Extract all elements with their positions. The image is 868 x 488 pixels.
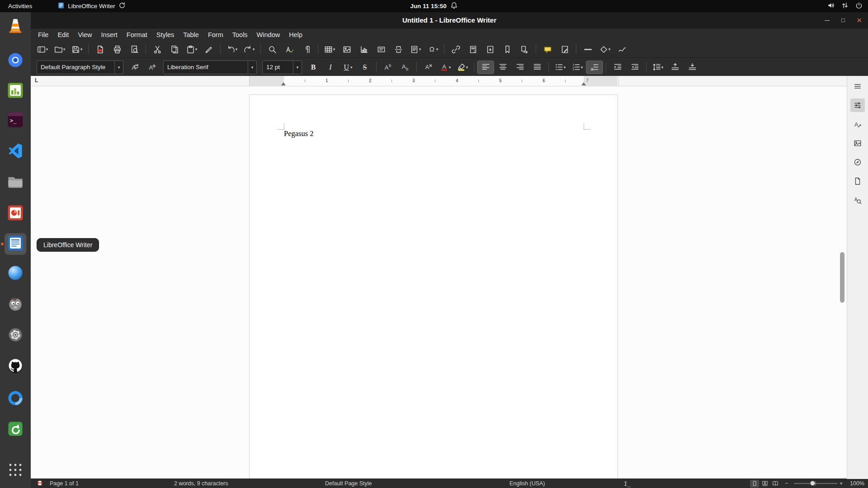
freeform-line-button[interactable] [614,43,630,56]
save-button[interactable]: ▾ [69,43,85,56]
dock-item-vscode[interactable] [5,141,26,163]
dock-item-libreoffice-impress[interactable] [5,203,26,225]
sidebar-toggle-button[interactable]: ▾ [34,43,51,56]
horizontal-ruler[interactable]: L 1234567 [31,76,847,86]
scrollbar-thumb[interactable] [840,252,844,303]
indent-marker-left[interactable] [281,82,286,85]
dock-item-libreoffice-calc[interactable] [5,80,26,102]
align-left-button[interactable] [477,61,494,74]
horizontal-line-button[interactable] [580,43,596,56]
tab-stop-selector[interactable]: L [35,77,38,84]
align-justify-button[interactable] [529,61,545,74]
para-space-decrease-button[interactable] [684,61,700,74]
align-center-button[interactable] [495,61,511,74]
basic-shapes-button[interactable]: ▾ [597,43,613,56]
cut-button[interactable] [149,43,165,56]
multi-page-view-button[interactable] [760,480,769,488]
single-page-view-button[interactable] [750,480,759,488]
titlebar[interactable]: Untitled 1 - LibreOffice Writer ─ □ × [31,12,868,28]
sidebar-tab-gallery[interactable] [850,136,865,150]
system-status-menu[interactable] [827,2,863,10]
chevron-down-icon[interactable]: ▾ [293,61,302,74]
text-language[interactable]: English (USA) [509,479,545,488]
increase-indent-button[interactable] [609,61,626,74]
show-applications-button[interactable] [5,460,26,482]
zoom-level[interactable]: 100% [850,479,864,488]
minimize-button[interactable]: ─ [825,17,830,23]
page-style[interactable]: Default Page Style [325,479,372,488]
insert-comment-button[interactable] [539,43,556,56]
spelling-button[interactable] [281,43,297,56]
insert-chart-button[interactable] [356,43,372,56]
redo-button[interactable]: ▾ [241,43,257,56]
bold-button[interactable]: B [305,61,321,74]
document-page[interactable]: Pegasus 2 [249,94,618,479]
font-name-combo[interactable]: Liberation Serif ▾ [163,61,257,74]
print-button[interactable] [109,43,125,56]
new-style-button[interactable]: A [144,61,160,74]
dock-item-recycler-app[interactable] [5,419,26,441]
insert-mode-indicator[interactable]: I_ [624,479,631,488]
insert-bookmark-button[interactable] [499,43,515,56]
formatting-marks-button[interactable] [298,43,315,56]
dock-item-browser[interactable] [5,50,26,72]
maximize-button[interactable]: □ [841,17,845,23]
sidebar-tab-sidebar-menu[interactable] [850,80,865,93]
italic-button[interactable]: I [322,61,339,74]
zoom-slider-handle[interactable] [810,481,815,486]
cross-reference-button[interactable] [516,43,533,56]
dock-item-gimp[interactable] [5,294,26,315]
document-canvas[interactable]: Pegasus 2 [31,86,847,479]
underline-button[interactable]: U▾ [340,61,356,74]
menu-file[interactable]: File [33,30,53,40]
insert-image-button[interactable] [339,43,355,56]
open-button[interactable]: ▾ [52,43,68,56]
menu-form[interactable]: Form [203,30,228,40]
subscript-button[interactable]: Ab [397,61,413,74]
print-preview-button[interactable] [126,43,142,56]
dock-item-settings[interactable] [5,325,26,347]
sidebar-tab-style-inspector[interactable]: A [850,193,865,207]
line-spacing-button[interactable]: ▾ [650,61,666,74]
menu-styles[interactable]: Styles [152,30,179,40]
copy-button[interactable] [166,43,183,56]
chevron-down-icon[interactable]: ▾ [248,61,256,74]
insert-field-button[interactable]: ▾ [407,43,424,56]
track-changes-button[interactable] [557,43,573,56]
para-space-increase-button[interactable] [667,61,683,74]
insert-table-button[interactable]: ▾ [321,43,338,56]
word-count[interactable]: 2 words, 9 characters [174,479,228,488]
update-style-button[interactable]: A [127,61,143,74]
align-right-button[interactable] [512,61,528,74]
sidebar-tab-styles[interactable]: A [850,117,865,131]
dock-item-libreoffice-writer[interactable] [5,233,26,255]
activities-button[interactable]: Activities [8,3,32,9]
zoom-out-button[interactable]: − [785,479,788,488]
indent-marker-right[interactable] [581,82,586,85]
zoom-slider-track[interactable] [794,483,837,484]
page-count[interactable]: Page 1 of 1 [50,479,79,488]
menu-view[interactable]: View [73,30,96,40]
vertical-scrollbar[interactable] [840,87,845,478]
menu-insert[interactable]: Insert [97,30,122,40]
highlight-color-button[interactable]: ▾ [454,61,471,74]
dock-item-github[interactable] [5,356,26,378]
insert-hyperlink-button[interactable] [448,43,464,56]
find-replace-button[interactable] [264,43,280,56]
chevron-down-icon[interactable]: ▾ [114,61,123,74]
menu-window[interactable]: Window [252,30,285,40]
paragraph-style-combo[interactable]: Default Paragraph Style ▾ [37,61,123,74]
insert-textbox-button[interactable] [373,43,389,56]
strikethrough-button[interactable]: S [357,61,373,74]
clone-formatting-button[interactable] [201,43,217,56]
ordered-list-button[interactable]: 123▾ [569,61,585,74]
dock-item-terminal[interactable]: >_ [5,110,26,131]
special-character-button[interactable]: Ω▾ [425,43,441,56]
clear-formatting-button[interactable]: A [420,61,436,74]
book-view-button[interactable] [771,480,780,488]
paste-button[interactable]: ▾ [184,43,200,56]
menu-tools[interactable]: Tools [228,30,252,40]
dock-item-blue-sphere-app[interactable] [5,263,26,285]
document-text[interactable]: Pegasus 2 [284,129,314,138]
dock-item-blue-ring-app[interactable] [5,388,26,410]
